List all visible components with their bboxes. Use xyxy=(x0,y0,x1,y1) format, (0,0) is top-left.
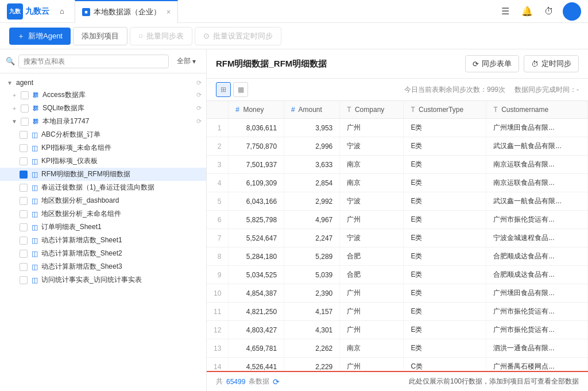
expand-localdir: ▼ xyxy=(11,118,18,125)
cell-amount: 2,992 xyxy=(284,192,340,211)
checkbox-abc[interactable] xyxy=(20,131,28,139)
tree-node-dynamic1[interactable]: ◫ 动态计算新增店数_Sheet1 xyxy=(0,234,206,247)
th-rownum xyxy=(207,101,229,119)
view-toggle: ⊞ ▦ xyxy=(216,82,248,97)
checkbox-kpi1[interactable] xyxy=(20,144,28,152)
checkbox-sqlite[interactable] xyxy=(21,104,29,113)
table-row: 6 5,825,798 4,967 广州 E类 广州市振伦货运有... xyxy=(207,211,588,229)
tree-node-visit[interactable]: ◫ 访问统计事实表_访问统计事实表 xyxy=(0,273,206,287)
batch-scheduled-button[interactable]: ⊙ 批量设置定时同步 xyxy=(195,27,281,45)
logo-text: 九数云 xyxy=(25,6,49,17)
tree-node-abc[interactable]: ◫ ABC分析数据_订单 xyxy=(0,128,206,141)
new-agent-button[interactable]: ＋ 新增Agent xyxy=(9,28,71,45)
tree-node-dynamic3[interactable]: ◫ 动态计算新增店数_Sheet3 xyxy=(0,260,206,273)
checkbox-access[interactable] xyxy=(21,91,29,99)
tree-node-order[interactable]: ◫ 订单明细表_Sheet1 xyxy=(0,220,206,234)
th-customername[interactable]: T Customername xyxy=(486,101,588,119)
table-icon-dynamic1: ◫ xyxy=(30,236,39,245)
grid-view-button[interactable]: ⊞ xyxy=(216,82,231,97)
tree-node-spring[interactable]: ◫ 春运迁徙数据（1)_春运迁徙流向数据 xyxy=(0,181,206,194)
agent-refresh-icon[interactable]: ⟳ xyxy=(196,79,202,87)
tab-label: 本地数据源（企业） xyxy=(94,7,161,17)
checkbox-rfm[interactable] xyxy=(20,171,28,179)
cell-name: 合肥顺成达食品有... xyxy=(486,266,588,284)
table-row: 10 4,854,387 2,390 广州 E类 广州壎田食品有限... xyxy=(207,284,588,303)
sqlite-refresh-icon[interactable]: ⟳ xyxy=(196,104,202,112)
sync-table-button[interactable]: ⟳ 同步表单 xyxy=(465,55,519,72)
footer-refresh-icon[interactable]: ⟳ xyxy=(273,377,280,386)
table-header-row: # Money # Amount T Company T xyxy=(207,101,588,119)
tree-node-rfm[interactable]: ◫ RFM明细数据_RFM明细数据 xyxy=(0,168,206,181)
tree-node-kpi1[interactable]: ◫ KPI指标项_未命名组件 xyxy=(0,141,206,154)
cell-company: 广州 xyxy=(340,284,404,303)
tab-close-button[interactable]: × xyxy=(167,8,171,16)
history-icon[interactable]: ⏱ xyxy=(541,3,557,20)
db-icon-sqlite: 群 xyxy=(31,104,40,113)
cell-money: 4,821,250 xyxy=(229,303,284,321)
sync-label: 同步表单 xyxy=(482,59,512,69)
search-input[interactable] xyxy=(18,55,169,68)
cell-money: 4,803,427 xyxy=(229,321,284,339)
checkbox-dynamic1[interactable] xyxy=(20,237,28,245)
checkbox-region1[interactable] xyxy=(20,197,28,205)
cell-company: 宁波 xyxy=(340,137,404,156)
th-company[interactable]: T Company xyxy=(340,101,404,119)
checkbox-localdir[interactable] xyxy=(21,118,29,126)
checkbox-region2[interactable] xyxy=(20,210,28,218)
cell-rownum: 11 xyxy=(207,303,229,321)
localdir-refresh-icon[interactable]: ⟳ xyxy=(196,118,202,125)
th-money[interactable]: # Money xyxy=(229,101,284,119)
timed-sync-button[interactable]: ⏱ 定时同步 xyxy=(524,55,579,72)
tab-local-datasource[interactable]: ■ 本地数据源（企业） × xyxy=(75,0,178,23)
tree-node-dynamic2[interactable]: ◫ 动态计算新增店数_Sheet2 xyxy=(0,247,206,260)
checkbox-order[interactable] xyxy=(20,223,28,231)
sidebar-search-bar: 🔍 全部 ▾ xyxy=(0,49,206,73)
cell-amount: 2,247 xyxy=(284,229,340,247)
avatar[interactable] xyxy=(563,2,581,21)
checkbox-kpi2[interactable] xyxy=(20,157,28,165)
cell-name: 武汉鑫一航食品有限... xyxy=(486,192,588,211)
grid-icon: ⊞ xyxy=(220,86,226,94)
add-to-project-button[interactable]: 添加到项目 xyxy=(73,27,127,45)
abc-label: ABC分析数据_订单 xyxy=(41,130,202,140)
tab-icon: ■ xyxy=(82,8,90,16)
tree-node-region1[interactable]: ◫ 地区数据分析_dashboard xyxy=(0,194,206,207)
cell-company: 广州 xyxy=(340,321,404,339)
search-all-button[interactable]: 全部 ▾ xyxy=(172,54,200,68)
tree-node-kpi2[interactable]: ◫ KPI指标项_仪表板 xyxy=(0,154,206,168)
tree-node-agent[interactable]: ▼ agent ⟳ xyxy=(0,77,206,88)
dynamic2-label: 动态计算新增店数_Sheet2 xyxy=(41,249,202,258)
tree-node-region2[interactable]: ◫ 地区数据分析_未命名组件 xyxy=(0,207,206,220)
toolbar: ＋ 新增Agent 添加到项目 ○ 批量同步表 ⊙ 批量设置定时同步 xyxy=(0,23,588,49)
cell-amount: 5,289 xyxy=(284,247,340,266)
list-view-button[interactable]: ▦ xyxy=(233,82,248,97)
meta-info: 今日当前表剩余同步次数：999次 数据同步完成时间：- xyxy=(404,85,579,95)
th-company-T: T xyxy=(347,106,351,114)
kpi1-label: KPI指标项_未命名组件 xyxy=(41,143,202,153)
notification-icon[interactable]: 🔔 xyxy=(519,3,535,20)
cell-name: 广州番禺石楼网点... xyxy=(486,358,588,371)
checkbox-spring[interactable] xyxy=(20,184,28,192)
checkbox-visit[interactable] xyxy=(20,276,28,284)
cell-money: 6,109,309 xyxy=(229,174,284,192)
checkbox-dynamic3[interactable] xyxy=(20,263,28,271)
th-money-hash: # xyxy=(235,106,239,114)
home-button[interactable]: ⌂ xyxy=(54,3,70,20)
checkbox-dynamic2[interactable] xyxy=(20,250,28,258)
cell-company: 宁波 xyxy=(340,229,404,247)
new-agent-plus: ＋ xyxy=(17,31,25,41)
th-amount[interactable]: # Amount xyxy=(284,101,340,119)
footer-count-num[interactable]: 65499 xyxy=(226,378,245,386)
access-refresh-icon[interactable]: ⟳ xyxy=(196,91,202,99)
cell-rownum: 8 xyxy=(207,247,229,266)
cell-rownum: 12 xyxy=(207,321,229,339)
logo-icon: 九数 xyxy=(7,3,23,20)
batch-sync-button[interactable]: ○ 批量同步表 xyxy=(130,27,192,45)
tree-node-sqlite[interactable]: ＋ 群 SQLite数据库 ⟳ xyxy=(0,102,206,115)
tree-node-localdir[interactable]: ▼ 群 本地目录17747 ⟳ xyxy=(0,115,206,128)
menu-icon[interactable]: ☰ xyxy=(497,3,513,20)
th-customertype[interactable]: T CustomerType xyxy=(404,101,486,119)
table-icon-order: ◫ xyxy=(30,223,39,232)
sqlite-label: SQLite数据库 xyxy=(42,103,194,113)
tree-node-access[interactable]: ＋ 群 Access数据库 ⟳ xyxy=(0,88,206,102)
